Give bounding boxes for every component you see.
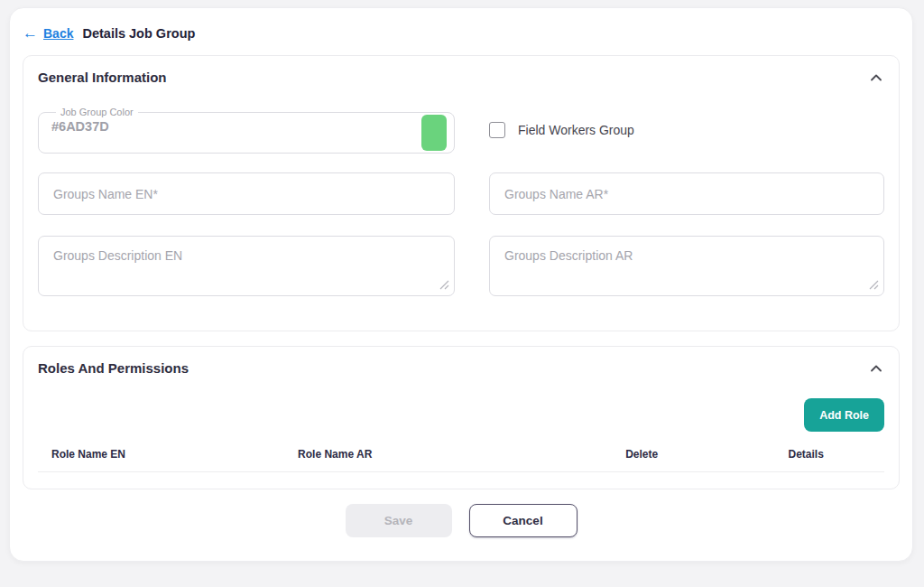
groups-description-en-wrap [38, 236, 455, 296]
color-swatch[interactable] [421, 115, 447, 151]
chevron-up-icon [870, 364, 882, 372]
general-information-section: General Information Job Group Color #6AD… [23, 55, 900, 331]
add-role-button[interactable]: Add Role [804, 398, 884, 432]
breadcrumb: ← Back Details Job Group [10, 8, 912, 41]
roles-permissions-header: Roles And Permissions [38, 360, 884, 376]
field-workers-checkbox[interactable] [489, 122, 505, 138]
job-group-color-label: Job Group Color [56, 107, 138, 117]
groups-name-en-input[interactable] [38, 172, 455, 215]
main-panel: ← Back Details Job Group General Informa… [9, 7, 913, 562]
column-header-role-name-en: Role Name EN [38, 448, 296, 461]
general-information-title: General Information [38, 70, 167, 85]
chevron-up-icon [870, 73, 882, 81]
groups-description-ar-wrap [489, 236, 884, 296]
roles-permissions-section: Roles And Permissions Add Role Role Name… [23, 346, 900, 489]
field-workers-checkbox-label: Field Workers Group [518, 123, 634, 137]
roles-permissions-title: Roles And Permissions [38, 360, 189, 376]
column-header-details: Details [727, 448, 884, 461]
back-link-label: Back [43, 26, 73, 41]
back-link[interactable]: ← Back [23, 25, 73, 41]
field-workers-group-option: Field Workers Group [489, 122, 884, 138]
job-group-color-value: #6AD37D [51, 119, 441, 134]
roles-table: Role Name EN Role Name AR Delete Details [38, 448, 884, 472]
roles-table-header-row: Role Name EN Role Name AR Delete Details [38, 448, 884, 472]
column-header-role-name-ar: Role Name AR [296, 448, 609, 461]
general-collapse-button[interactable] [868, 71, 884, 83]
job-group-color-field: Job Group Color #6AD37D [38, 107, 455, 154]
general-information-header: General Information [38, 70, 884, 85]
groups-description-ar-textarea[interactable] [489, 236, 884, 296]
roles-collapse-button[interactable] [868, 362, 884, 374]
column-header-delete: Delete [609, 448, 727, 461]
save-button[interactable]: Save [346, 504, 452, 537]
back-arrow-icon: ← [23, 25, 38, 41]
cancel-button[interactable]: Cancel [469, 504, 578, 537]
groups-description-en-textarea[interactable] [38, 236, 455, 296]
form-actions: Save Cancel [10, 504, 912, 537]
groups-name-ar-input[interactable] [489, 172, 884, 215]
page-title: Details Job Group [82, 26, 195, 41]
